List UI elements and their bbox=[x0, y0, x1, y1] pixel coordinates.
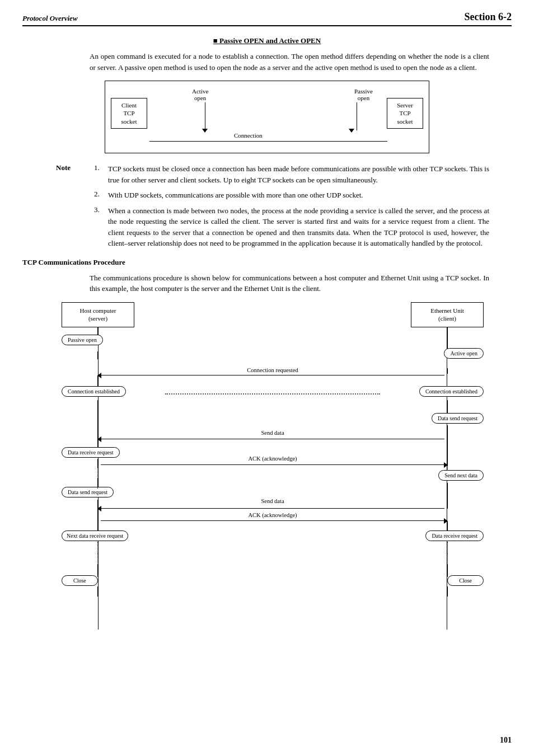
page-number: 101 bbox=[500, 736, 512, 745]
active-open-arrow-shaft bbox=[205, 102, 205, 130]
send-data-arrowhead-1 bbox=[97, 436, 101, 442]
note-label-2 bbox=[56, 190, 90, 201]
conn-req-arrow bbox=[101, 375, 444, 375]
passive-open-label: Passive open bbox=[62, 335, 103, 345]
note-number-3: 3. bbox=[94, 205, 108, 249]
connection-line bbox=[149, 141, 387, 142]
active-open-label: Active open bbox=[444, 348, 484, 359]
note-text-1: TCP sockets must be closed once a connec… bbox=[108, 163, 489, 185]
next-data-recv-req-label: Next data receive request bbox=[62, 530, 128, 541]
active-open-label: Activeopen bbox=[192, 88, 208, 101]
host-down-7 bbox=[97, 459, 98, 467]
eth-down-5 bbox=[447, 425, 448, 434]
ack-arrow-2 bbox=[101, 520, 444, 521]
eth-down-6 bbox=[447, 434, 448, 465]
passive-open-label: Passiveopen bbox=[354, 88, 373, 101]
active-open-arrowhead bbox=[202, 129, 208, 133]
data-recv-req-right-label: Data receive request bbox=[425, 530, 484, 541]
conn-req-arrowhead bbox=[97, 373, 101, 378]
diagram2-container: Host computer(server) Ethernet Unit(clie… bbox=[56, 302, 489, 638]
passive-active-heading: Passive OPEN and Active OPEN bbox=[22, 36, 512, 45]
server-tcp-socket-box: ServerTCPsocket bbox=[387, 98, 423, 129]
send-next-data-label: Send next data bbox=[438, 470, 484, 481]
tcp-body-text: The communications procedure is shown be… bbox=[90, 273, 489, 294]
note-label: Note bbox=[56, 163, 90, 185]
ack-arrow-1 bbox=[101, 464, 444, 465]
ack-label-2: ACK (acknowledge) bbox=[248, 512, 297, 518]
host-down-9 bbox=[97, 478, 98, 489]
header-section-number: Section 6-2 bbox=[465, 11, 512, 23]
diagram1: ClientTCPsocket ServerTCPsocket Activeop… bbox=[105, 81, 429, 153]
note-row-3: 3. When a connection is made between two… bbox=[56, 205, 489, 249]
send-data-arrow-1 bbox=[101, 439, 444, 439]
main-content: Passive OPEN and Active OPEN An open com… bbox=[22, 36, 512, 638]
client-tcp-socket-box: ClientTCPsocket bbox=[111, 98, 147, 129]
connection-requested-label: Connection requested bbox=[247, 367, 298, 373]
passive-open-arrowhead bbox=[349, 129, 354, 133]
note-label-3 bbox=[56, 205, 90, 249]
host-dots-1 bbox=[97, 467, 98, 478]
notes-section: Note 1. TCP sockets must be closed once … bbox=[56, 163, 489, 249]
eth-dots-2 bbox=[447, 542, 448, 553]
ethernet-unit-box: Ethernet Unit(client) bbox=[411, 302, 484, 327]
page-header: Protocol Overview Section 6-2 bbox=[22, 11, 512, 26]
conn-estab-right-label: Connection established bbox=[419, 386, 484, 397]
data-recv-req-left-label: Data receive request bbox=[62, 447, 120, 458]
note-text-2: With UDP sockets, communications are pos… bbox=[108, 190, 489, 201]
host-down-11 bbox=[97, 508, 98, 522]
passive-active-intro: An open command is executed for a node t… bbox=[90, 51, 489, 73]
host-computer-box: Host computer(server) bbox=[62, 302, 134, 327]
note-row-2: 2. With UDP sockets, communications are … bbox=[56, 190, 489, 201]
passive-open-arrow-shaft bbox=[357, 102, 357, 130]
note-number-2: 2. bbox=[94, 190, 108, 201]
header-section-title: Protocol Overview bbox=[22, 14, 78, 23]
eth-down-10 bbox=[447, 494, 448, 509]
note-row-1: Note 1. TCP sockets must be closed once … bbox=[56, 163, 489, 185]
note-text-3: When a connection is made between two no… bbox=[108, 205, 489, 249]
eth-down-close bbox=[447, 586, 448, 597]
data-send-req-left-label: Data send request bbox=[62, 487, 114, 497]
send-data-arrowhead-2 bbox=[97, 506, 101, 511]
host-down-3 bbox=[97, 375, 98, 387]
conn-estab-left-label: Connection established bbox=[62, 386, 126, 397]
eth-down-final bbox=[447, 565, 448, 577]
conn-estab-dotted bbox=[165, 393, 380, 395]
send-data-label-2: Send data bbox=[261, 498, 284, 504]
eth-dots-3 bbox=[447, 553, 448, 565]
connection-label: Connection bbox=[234, 132, 263, 139]
eth-down-8 bbox=[447, 483, 448, 494]
passive-down-1 bbox=[97, 327, 98, 335]
eth-down-2 bbox=[447, 368, 448, 374]
host-down-close bbox=[97, 586, 98, 597]
diagram2: Host computer(server) Ethernet Unit(clie… bbox=[56, 302, 489, 638]
close-left-label: Close bbox=[62, 575, 98, 586]
ack-label-1: ACK (acknowledge) bbox=[248, 456, 297, 462]
host-down-4b bbox=[97, 400, 98, 439]
eth-down-11b bbox=[447, 521, 448, 531]
host-down-final bbox=[97, 565, 98, 577]
eth-down-1 bbox=[447, 327, 448, 349]
passive-down-2 bbox=[97, 351, 98, 359]
note-number-1: 1. bbox=[94, 163, 108, 185]
tcp-heading: TCP Communications Procedure bbox=[22, 258, 512, 267]
diagram1-container: ClientTCPsocket ServerTCPsocket Activeop… bbox=[22, 81, 512, 153]
eth-dots-1 bbox=[447, 465, 448, 471]
close-right-label: Close bbox=[447, 575, 484, 586]
send-data-arrow-2 bbox=[101, 508, 444, 509]
host-dots-3 bbox=[97, 553, 98, 565]
send-data-label-1: Send data bbox=[261, 430, 284, 436]
host-dots-2 bbox=[97, 542, 98, 553]
data-send-req-right-label: Data send request bbox=[432, 413, 484, 424]
